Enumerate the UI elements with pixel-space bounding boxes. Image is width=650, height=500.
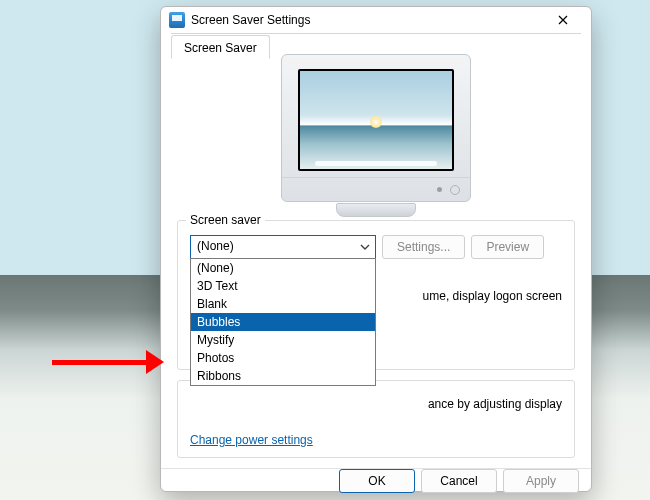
power-text-fragment: ance by adjusting display [428, 395, 562, 417]
dialog-footer: OK Cancel Apply [161, 468, 591, 493]
close-button[interactable] [545, 7, 581, 33]
window-title: Screen Saver Settings [191, 13, 545, 27]
monitor-led-icon [437, 187, 442, 192]
combobox-value: (None) [191, 236, 375, 253]
app-icon [169, 12, 185, 28]
monitor-power-icon [450, 185, 460, 195]
screen-saver-combobox[interactable]: (None) [190, 235, 376, 259]
preview-monitor [281, 54, 471, 202]
settings-button[interactable]: Settings... [382, 235, 465, 259]
dropdown-option[interactable]: Blank [191, 295, 375, 313]
dropdown-option[interactable]: Photos [191, 349, 375, 367]
chevron-down-icon [355, 236, 375, 258]
resume-text-fragment: ume, display logon screen [423, 287, 562, 303]
screen-saver-settings-dialog: Screen Saver Settings Screen Saver Scree… [160, 6, 592, 492]
change-power-settings-link[interactable]: Change power settings [190, 433, 313, 447]
close-icon [558, 15, 568, 25]
dropdown-option[interactable]: Bubbles [191, 313, 375, 331]
preview-screen [300, 71, 452, 169]
ok-button[interactable]: OK [339, 469, 415, 493]
power-management-group: ance by adjusting display Change power s… [177, 380, 575, 458]
group-legend: Screen saver [186, 213, 265, 227]
dropdown-option[interactable]: 3D Text [191, 277, 375, 295]
dropdown-option[interactable]: Mystify [191, 331, 375, 349]
screen-saver-dropdown-list[interactable]: (None)3D TextBlankBubblesMystifyPhotosRi… [190, 258, 376, 386]
screen-saver-group: Screen saver (None) Settings... Preview … [177, 220, 575, 370]
apply-button[interactable]: Apply [503, 469, 579, 493]
cancel-button[interactable]: Cancel [421, 469, 497, 493]
preview-button[interactable]: Preview [471, 235, 544, 259]
dropdown-option[interactable]: Ribbons [191, 367, 375, 385]
dropdown-option[interactable]: (None) [191, 259, 375, 277]
titlebar[interactable]: Screen Saver Settings [161, 7, 591, 33]
